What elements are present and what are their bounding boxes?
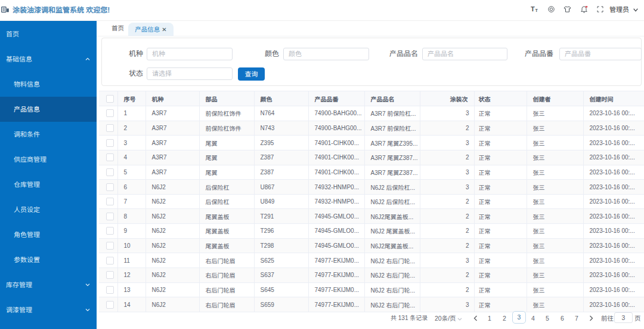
svg-text:T: T bbox=[531, 6, 535, 13]
svg-text:T: T bbox=[535, 8, 538, 13]
